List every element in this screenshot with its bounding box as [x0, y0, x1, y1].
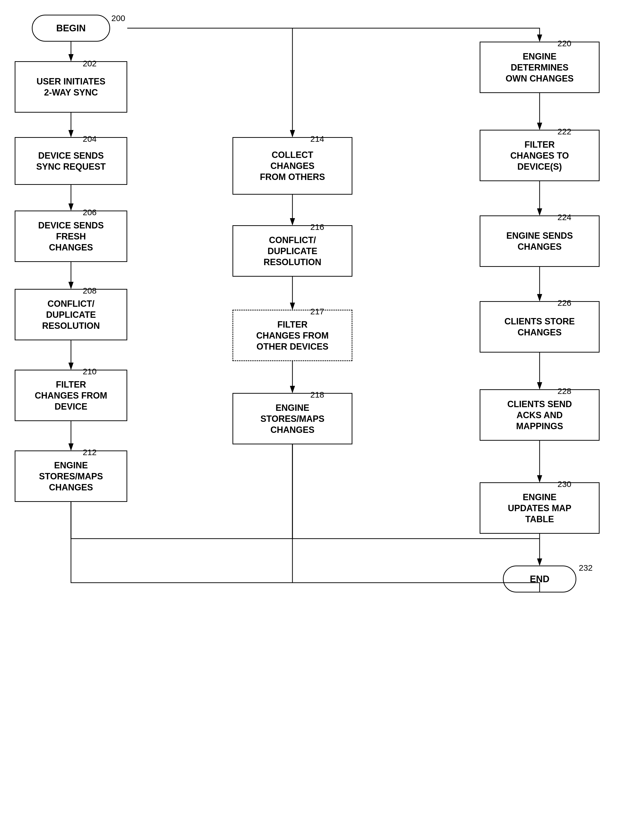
box-208-label: CONFLICT/DUPLICATERESOLUTION	[42, 298, 100, 331]
box-206: DEVICE SENDSFRESHCHANGES	[15, 210, 127, 262]
ref-224: 224	[557, 213, 571, 222]
ref-218: 218	[310, 390, 324, 399]
box-220-label: ENGINEDETERMINESOWN CHANGES	[506, 51, 574, 84]
box-218: ENGINESTORES/MAPSCHANGES	[232, 393, 352, 444]
ref-204: 204	[83, 134, 97, 144]
ref-217: 217	[310, 307, 324, 316]
end-label: END	[530, 574, 549, 584]
ref-206: 206	[83, 208, 97, 217]
box-210-label: FILTERCHANGES FROMDEVICE	[35, 379, 107, 412]
ref-202: 202	[83, 59, 97, 68]
box-218-label: ENGINESTORES/MAPSCHANGES	[260, 402, 324, 435]
box-220: ENGINEDETERMINESOWN CHANGES	[479, 42, 599, 93]
ref-214: 214	[310, 134, 324, 144]
diagram: BEGIN 200 USER INITIATES2-WAY SYNC 202 D…	[0, 0, 637, 840]
ref-230: 230	[557, 479, 571, 489]
box-230-label: ENGINEUPDATES MAPTABLE	[508, 492, 571, 525]
box-230: ENGINEUPDATES MAPTABLE	[479, 482, 599, 534]
box-202-label: USER INITIATES2-WAY SYNC	[36, 76, 105, 98]
box-212: ENGINESTORES/MAPSCHANGES	[15, 450, 127, 502]
box-224: ENGINE SENDSCHANGES	[479, 215, 599, 267]
box-222: FILTERCHANGES TODEVICE(S)	[479, 130, 599, 181]
box-217-label: FILTERCHANGES FROMOTHER DEVICES	[256, 319, 329, 352]
ref-228: 228	[557, 386, 571, 396]
begin-label: BEGIN	[56, 23, 86, 33]
ref-208: 208	[83, 286, 97, 295]
ref-216: 216	[310, 222, 324, 232]
ref-200: 200	[111, 13, 125, 23]
ref-220: 220	[557, 39, 571, 48]
box-226-label: CLIENTS STORECHANGES	[505, 316, 575, 338]
begin-oval: BEGIN	[32, 15, 110, 42]
ref-232: 232	[579, 563, 593, 573]
end-oval: END	[503, 565, 576, 592]
box-202: USER INITIATES2-WAY SYNC	[15, 61, 127, 113]
box-214-label: COLLECTCHANGESFROM OTHERS	[260, 149, 325, 182]
box-214: COLLECTCHANGESFROM OTHERS	[232, 137, 352, 195]
ref-222: 222	[557, 127, 571, 136]
box-212-label: ENGINESTORES/MAPSCHANGES	[39, 460, 103, 493]
ref-226: 226	[557, 298, 571, 308]
ref-212: 212	[83, 448, 97, 457]
box-206-label: DEVICE SENDSFRESHCHANGES	[38, 220, 104, 253]
box-228: CLIENTS SENDACKS ANDMAPPINGS	[479, 389, 599, 441]
box-208: CONFLICT/DUPLICATERESOLUTION	[15, 289, 127, 340]
ref-210: 210	[83, 367, 97, 376]
box-224-label: ENGINE SENDSCHANGES	[506, 230, 573, 252]
box-217: FILTERCHANGES FROMOTHER DEVICES	[232, 310, 352, 361]
box-204-label: DEVICE SENDSSYNC REQUEST	[36, 150, 106, 172]
box-228-label: CLIENTS SENDACKS ANDMAPPINGS	[507, 399, 572, 432]
box-226: CLIENTS STORECHANGES	[479, 301, 599, 352]
box-216: CONFLICT/DUPLICATERESOLUTION	[232, 225, 352, 277]
box-222-label: FILTERCHANGES TODEVICE(S)	[510, 139, 569, 172]
box-210: FILTERCHANGES FROMDEVICE	[15, 370, 127, 421]
box-204: DEVICE SENDSSYNC REQUEST	[15, 137, 127, 185]
box-216-label: CONFLICT/DUPLICATERESOLUTION	[263, 235, 321, 268]
